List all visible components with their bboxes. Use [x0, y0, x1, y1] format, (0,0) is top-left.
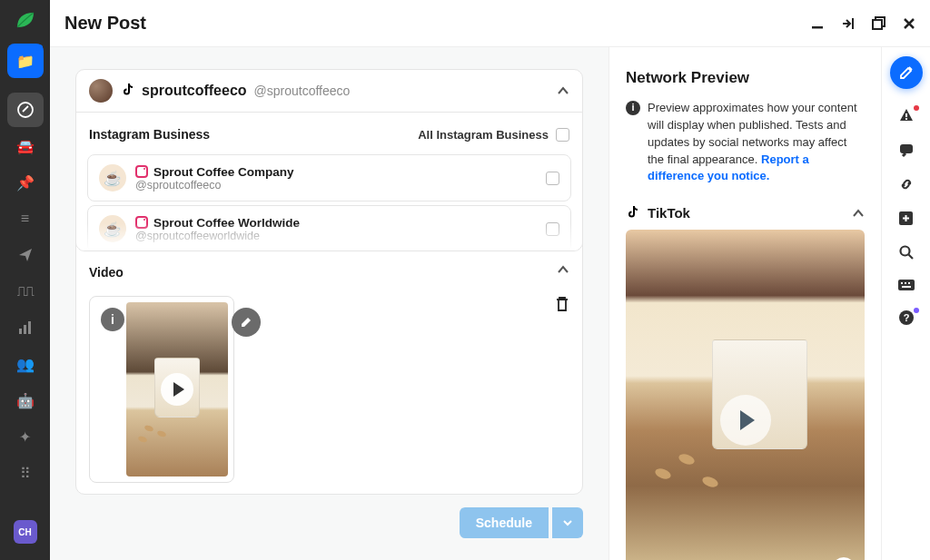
option-name: Sprout Coffee Company [153, 165, 294, 179]
play-icon [720, 395, 771, 446]
profile-option-sprout-worldwide[interactable]: ☕ Sprout Coffee Worldwide @sproutcoffeew… [87, 205, 571, 251]
rail-item-grid[interactable]: ⠿ [7, 456, 44, 490]
preview-column: Network Preview i Preview approximates h… [608, 47, 881, 560]
rail-item-dashboard[interactable]: 🚘 [7, 129, 44, 163]
rail-item-star[interactable]: ✦ [7, 419, 44, 454]
instagram-icon [135, 165, 148, 178]
option-name: Sprout Coffee Worldwide [153, 216, 300, 230]
video-thumbnail [126, 302, 228, 476]
preview-info: i Preview approximates how your content … [626, 100, 865, 185]
main-area: New Post sproutcoffeeco @sproutcoffeeco [50, 0, 930, 560]
svg-rect-10 [900, 144, 913, 153]
keyboard-icon[interactable] [897, 279, 915, 291]
rail-item-pin[interactable]: 📌 [7, 165, 44, 200]
option-handle: @sproutcoffeeco [135, 179, 537, 192]
svg-rect-8 [905, 113, 907, 117]
video-section: Video i [75, 231, 583, 495]
svg-point-12 [900, 247, 909, 256]
alert-icon[interactable] [898, 107, 915, 123]
profile-picker-header[interactable]: sproutcoffeeco @sproutcoffeeco [76, 70, 582, 112]
compose-footer: Schedule [75, 495, 583, 538]
search-icon[interactable] [898, 244, 915, 260]
rail-item-list[interactable]: ≡ [7, 201, 44, 236]
svg-text:?: ? [903, 312, 909, 323]
option-handle: @sproutcoffeeworldwide [135, 230, 537, 242]
delete-button[interactable] [555, 296, 569, 312]
user-badge: CH [14, 520, 37, 544]
schedule-button[interactable]: Schedule [460, 507, 549, 538]
profile-handle: @sproutcoffeeco [254, 84, 351, 98]
rail-user-avatar[interactable]: CH [7, 515, 44, 549]
svg-rect-7 [873, 20, 882, 29]
play-icon [161, 373, 193, 406]
add-icon[interactable] [898, 211, 914, 226]
right-tool-rail: ? [881, 47, 930, 560]
svg-rect-16 [908, 282, 910, 284]
section-instagram-title: Instagram Business [89, 127, 210, 142]
preview-title: Network Preview [626, 69, 865, 87]
svg-rect-5 [852, 18, 854, 29]
svg-rect-1 [19, 329, 22, 334]
rail-item-send[interactable] [7, 238, 44, 272]
video-section-title: Video [89, 265, 124, 280]
chevron-up-icon[interactable] [557, 265, 569, 280]
chevron-up-icon [557, 86, 569, 95]
link-icon[interactable] [898, 176, 915, 192]
svg-rect-4 [812, 26, 823, 29]
schedule-dropdown-button[interactable] [552, 507, 583, 538]
preview-media [626, 230, 865, 560]
svg-rect-15 [905, 282, 906, 284]
option-avatar: ☕ [99, 215, 126, 242]
svg-rect-3 [28, 321, 31, 334]
checkbox[interactable] [546, 222, 559, 236]
svg-rect-9 [905, 118, 907, 120]
compose-fab[interactable] [890, 56, 923, 89]
chevron-up-icon [852, 209, 865, 218]
left-nav-rail: 📁 🚘 📌 ≡ ⎍⎍ 👥 🤖 ✦ ⠿ CH [0, 0, 50, 560]
info-icon: i [626, 101, 640, 115]
windows-icon[interactable] [872, 16, 886, 31]
profile-avatar [89, 79, 113, 103]
preview-network-name: TikTok [648, 205, 690, 221]
compose-column: sproutcoffeeco @sproutcoffeeco Instagram… [50, 47, 608, 560]
checkbox[interactable] [556, 128, 569, 142]
message-icon[interactable] [898, 142, 915, 158]
minimize-icon[interactable] [810, 16, 825, 31]
option-avatar: ☕ [99, 164, 126, 192]
profile-name: sproutcoffeeco [142, 83, 247, 99]
svg-rect-17 [902, 286, 911, 288]
edit-button[interactable] [232, 308, 261, 337]
close-icon[interactable] [903, 17, 915, 30]
page-title: New Post [64, 13, 810, 34]
collapse-right-icon[interactable] [841, 16, 856, 31]
svg-rect-13 [898, 280, 915, 290]
checkbox[interactable] [546, 172, 559, 185]
profile-option-sprout-company[interactable]: ☕ Sprout Coffee Company @sproutcoffeeco [87, 154, 571, 201]
info-icon[interactable]: i [101, 308, 124, 331]
tiktok-icon [120, 84, 134, 98]
video-thumbnail-card[interactable]: i [89, 296, 234, 483]
instagram-icon [135, 216, 148, 229]
preview-network-header[interactable]: TikTok [626, 205, 865, 230]
rail-item-analytics[interactable] [7, 310, 44, 345]
tiktok-icon [626, 206, 640, 221]
rail-item-compose[interactable] [7, 93, 44, 127]
profile-dropdown-body: Instagram Business All Instagram Busines… [76, 112, 582, 251]
svg-rect-2 [24, 325, 26, 334]
svg-rect-14 [901, 282, 903, 284]
rail-item-people[interactable]: 👥 [7, 347, 44, 381]
sprout-logo [12, 7, 39, 42]
rail-item-bot[interactable]: 🤖 [7, 383, 44, 418]
profile-picker: sproutcoffeeco @sproutcoffeeco Instagram… [75, 69, 583, 251]
rail-item-audio[interactable]: ⎍⎍ [7, 274, 44, 309]
select-all-instagram[interactable]: All Instagram Business [418, 128, 569, 142]
help-icon[interactable]: ? [898, 309, 915, 326]
rail-item-folder[interactable]: 📁 [7, 44, 44, 78]
topbar: New Post [50, 0, 930, 47]
